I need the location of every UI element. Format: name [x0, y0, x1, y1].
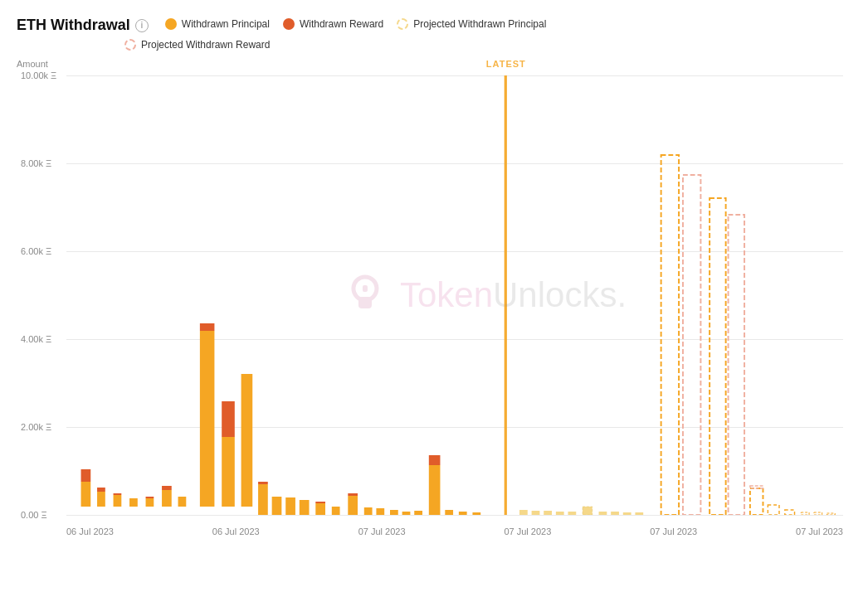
- bar-big-reward: [200, 323, 215, 331]
- legend-label-principal: Withdrawn Principal: [182, 18, 270, 30]
- bar-proj: [768, 505, 779, 515]
- bar-proj-reward-1: [683, 175, 700, 515]
- x-axis-labels: 06 Jul 2023 06 Jul 2023 07 Jul 2023 07 J…: [66, 526, 843, 536]
- bar: [114, 493, 122, 495]
- legend-item-proj-reward: Projected Withdrawn Reward: [124, 39, 270, 51]
- x-label-2: 06 Jul 2023: [212, 526, 260, 536]
- bar-proj: [568, 512, 577, 515]
- legend-label-proj-principal: Projected Withdrawn Principal: [413, 18, 546, 30]
- legend-row2: Projected Withdrawn Reward: [17, 39, 851, 51]
- bar: [114, 495, 122, 507]
- title-text: ETH Withdrawal: [17, 17, 130, 34]
- legend-item-proj-principal: Projected Withdrawn Principal: [397, 18, 546, 30]
- legend-label-reward: Withdrawn Reward: [300, 18, 383, 30]
- y-tick-0: 0.00 Ξ: [21, 510, 47, 520]
- x-label-6: 07 Jul 2023: [796, 526, 843, 536]
- bar-proj: [583, 507, 592, 515]
- bar: [272, 497, 282, 515]
- legend: Withdrawn Principal Withdrawn Reward Pro…: [165, 18, 547, 30]
- bar-proj: [750, 488, 763, 515]
- bar: [146, 498, 154, 507]
- y-tick-6k: 6.00k Ξ: [21, 246, 51, 256]
- bar-proj: [556, 512, 564, 515]
- y-tick-8k: 8.00k Ξ: [21, 158, 51, 168]
- x-label-5: 07 Jul 2023: [650, 526, 697, 536]
- y-axis-label: Amount: [17, 59, 48, 69]
- legend-dot-proj-principal: [397, 18, 408, 30]
- bar: [429, 455, 441, 465]
- y-tick-10k: 10.00k Ξ: [21, 70, 56, 80]
- bar: [146, 497, 154, 498]
- bar-proj-reward-2: [729, 215, 745, 515]
- x-label-3: 07 Jul 2023: [358, 526, 406, 536]
- bar: [97, 492, 105, 507]
- bar-proj: [635, 512, 643, 515]
- bar: [97, 488, 105, 492]
- header-row: ETH Withdrawal i Withdrawn Principal Wit…: [17, 17, 851, 34]
- bar-proj: [532, 511, 540, 515]
- bar: [348, 496, 358, 515]
- bar-proj-big-2: [710, 198, 726, 515]
- bar: [332, 507, 340, 515]
- bar: [285, 497, 295, 515]
- legend-dot-principal: [165, 18, 177, 30]
- bar-proj: [827, 513, 836, 515]
- bar: [162, 490, 172, 507]
- bar: [129, 498, 138, 507]
- x-label-1: 06 Jul 2023: [66, 526, 114, 536]
- bar-proj: [814, 512, 822, 515]
- chart-title: ETH Withdrawal i: [17, 17, 149, 34]
- x-label-4: 07 Jul 2023: [504, 526, 551, 536]
- y-tick-2k: 2.00k Ξ: [21, 422, 51, 432]
- bar-proj: [599, 512, 607, 515]
- chart-area: Amount 10.00k Ξ 8.00k Ξ 6.00k Ξ 4.00k Ξ …: [17, 59, 851, 540]
- bar: [315, 502, 325, 503]
- bars-svg: LATEST: [66, 75, 843, 515]
- bar: [178, 497, 187, 507]
- bar: [414, 511, 422, 515]
- chart-container: ETH Withdrawal i Withdrawn Principal Wit…: [0, 0, 868, 592]
- bar: [348, 493, 358, 496]
- bar: [81, 482, 91, 507]
- y-tick-4k: 4.00k Ξ: [21, 334, 51, 344]
- bar-big-principal: [200, 331, 215, 507]
- bar-proj: [544, 511, 552, 515]
- bar: [459, 512, 467, 515]
- legend-item-reward: Withdrawn Reward: [283, 18, 383, 30]
- bar: [472, 512, 480, 515]
- bar-proj: [801, 512, 809, 515]
- bar: [390, 510, 398, 515]
- bar-proj: [611, 512, 619, 515]
- bar-proj-big-1: [661, 155, 679, 515]
- legend-item-principal: Withdrawn Principal: [165, 18, 270, 30]
- bar: [81, 469, 91, 482]
- bar: [402, 512, 411, 515]
- bar-proj: [623, 512, 631, 515]
- bar: [429, 465, 441, 515]
- bar: [162, 486, 172, 490]
- info-icon[interactable]: i: [135, 19, 149, 32]
- bar: [258, 482, 268, 484]
- bar: [376, 508, 384, 515]
- bar-proj: [785, 510, 795, 515]
- bar: [241, 374, 253, 507]
- grid-line-0: 0.00 Ξ: [66, 515, 843, 516]
- legend-dot-reward: [283, 18, 295, 30]
- latest-label: LATEST: [486, 59, 526, 69]
- legend-label-proj-reward: Projected Withdrawn Reward: [141, 39, 270, 51]
- bar-proj: [750, 486, 763, 488]
- bar: [300, 500, 310, 515]
- bar: [445, 510, 453, 515]
- bar: [258, 484, 268, 515]
- bar: [222, 401, 235, 437]
- legend-dot-proj-reward: [124, 39, 136, 51]
- bar-proj: [519, 510, 528, 515]
- bar: [222, 437, 235, 507]
- bar: [315, 503, 325, 515]
- bar: [364, 507, 373, 515]
- chart-inner: 10.00k Ξ 8.00k Ξ 6.00k Ξ 4.00k Ξ 2.00k Ξ…: [66, 75, 843, 515]
